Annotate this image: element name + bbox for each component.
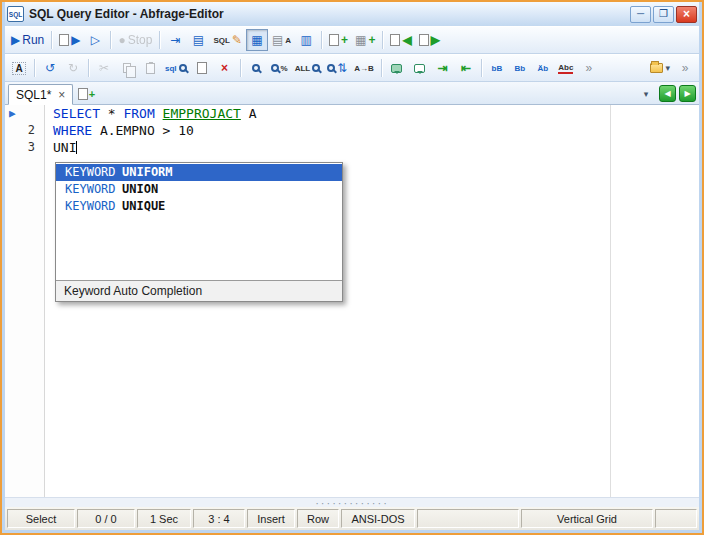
chart-view-button[interactable]: ▥ (295, 29, 317, 51)
page-icon (419, 34, 429, 46)
nav-left-icon: ◀ (664, 89, 670, 98)
uncomment-button[interactable] (409, 57, 431, 79)
sql-builder-button[interactable]: SQL ✎ (210, 29, 245, 51)
line-number-gutter[interactable]: ▶ 2 3 (5, 105, 45, 497)
status-mode: Select (7, 509, 75, 528)
uppercase-icon: Bb (515, 64, 526, 73)
horizontal-splitter[interactable]: ············· (5, 497, 699, 507)
comment-button[interactable] (386, 57, 408, 79)
uncomment-icon (414, 64, 425, 73)
minimize-button[interactable]: ─ (630, 6, 651, 23)
magnifier-icon (312, 64, 320, 72)
font-button[interactable]: A (8, 57, 30, 79)
new-doc-icon (329, 34, 339, 46)
autocomplete-item[interactable]: KEYWORD UNION (56, 181, 342, 198)
redo-button[interactable]: ↻ (62, 57, 84, 79)
separator (88, 59, 89, 77)
paste-icon (146, 63, 155, 74)
toolbar-overflow-button[interactable]: » (578, 57, 600, 79)
gutter-row: 3 (5, 139, 44, 156)
replace-button[interactable]: A→B (351, 57, 377, 79)
find-next-prev-button[interactable]: ⇅ (324, 57, 350, 79)
next-arrow-icon: ▶ (431, 33, 440, 47)
prev-tab-button[interactable]: ◀ (659, 85, 676, 102)
maximize-button[interactable]: ❐ (653, 6, 674, 23)
tab-sql1[interactable]: SQL1* × (8, 84, 73, 105)
new-query-button[interactable]: + (326, 29, 351, 51)
run-button[interactable]: ▶ Run (8, 29, 47, 51)
snippet-folder-button[interactable]: ▾ (647, 57, 673, 79)
separator (321, 31, 322, 49)
pencil-icon: ✎ (232, 33, 242, 47)
document-button[interactable] (191, 57, 213, 79)
current-line-marker-icon: ▶ (9, 105, 16, 122)
toolbar-edit: A ↺ ↻ ✂ sql × (5, 54, 699, 82)
text-view-a-icon: A (285, 36, 291, 45)
undo-button[interactable]: ↺ (39, 57, 61, 79)
toolbar-execute: ▶ Run ▶ ▷ ● Stop ⇥ ▤ SQL ✎ ▦ ▤ (5, 26, 699, 54)
grid-view-icon: ▦ (251, 33, 262, 47)
autocomplete-footer: Keyword Auto Completion (56, 280, 342, 301)
code-line-3: UNI (53, 139, 699, 156)
sql-check-button[interactable]: sql (162, 57, 190, 79)
text-caret (76, 141, 77, 154)
delete-icon: × (221, 61, 228, 75)
next-tab-button[interactable]: ▶ (679, 85, 696, 102)
umlaut-case-icon: Äb (538, 64, 549, 73)
find-all-button[interactable]: ALL (292, 57, 324, 79)
umlaut-case-button[interactable]: Äb (532, 57, 554, 79)
cut-icon: ✂ (99, 61, 109, 75)
paste-button[interactable] (139, 57, 161, 79)
grid-view-button[interactable]: ▦ (246, 29, 268, 51)
autocomplete-item[interactable]: KEYWORD UNIFORM (56, 164, 342, 181)
explain-plan-icon: ▤ (193, 33, 204, 47)
code-area[interactable]: SELECT * FROM EMPPROJACT A WHERE A.EMPNO… (53, 105, 699, 156)
magnifier-icon (271, 64, 279, 72)
updown-icon: ⇅ (337, 61, 347, 75)
uppercase-button[interactable]: Bb (509, 57, 531, 79)
outdent-button[interactable]: ⇤ (455, 57, 477, 79)
status-rowcount: 0 / 0 (77, 509, 135, 528)
run-to-cursor-button[interactable]: ⇥ (164, 29, 186, 51)
magnifier-icon (327, 64, 335, 72)
copy-button[interactable] (116, 57, 138, 79)
next-result-button[interactable]: ▶ (416, 29, 443, 51)
delete-button[interactable]: × (214, 57, 236, 79)
status-elapsed: 1 Sec (137, 509, 191, 528)
titlebar[interactable]: SQL SQL Query Editor - Abfrage-Editor ─ … (5, 2, 699, 26)
redo-icon: ↻ (68, 61, 78, 75)
lowercase-button[interactable]: bB (486, 57, 508, 79)
sql-editor[interactable]: ▶ 2 3 SELECT * FROM EMPPROJACT A WHERE A… (5, 105, 699, 497)
status-cursor-pos: 3 : 4 (193, 509, 245, 528)
new-grid-button[interactable]: ▦ + (352, 29, 378, 51)
toolbar-overflow2-button[interactable]: » (674, 57, 696, 79)
capitalize-button[interactable]: Abc (555, 57, 577, 79)
stop-button[interactable]: ● Stop (115, 29, 155, 51)
folder-icon (650, 63, 663, 73)
prev-result-button[interactable]: ◀ (387, 29, 414, 51)
all-icon: ALL (295, 64, 311, 73)
tab-close-icon[interactable]: × (58, 89, 65, 101)
outdent-icon: ⇤ (461, 61, 471, 75)
find-button[interactable] (245, 57, 267, 79)
comment-icon (391, 64, 402, 73)
indent-icon: ⇥ (438, 61, 448, 75)
cut-button[interactable]: ✂ (93, 57, 115, 79)
explain-plan-button[interactable]: ▤ (187, 29, 209, 51)
step-run-button[interactable]: ▷ (84, 29, 106, 51)
code-line-2: WHERE A.EMPNO > 10 (53, 122, 699, 139)
autocomplete-list[interactable]: KEYWORD UNIFORM KEYWORD UNION KEYWORD UN… (56, 163, 342, 280)
indent-button[interactable]: ⇥ (432, 57, 454, 79)
autocomplete-item[interactable]: KEYWORD UNIQUE (56, 198, 342, 215)
text-view-button[interactable]: ▤ A (269, 29, 294, 51)
status-row-mode: Row (297, 509, 339, 528)
script-doc-icon (59, 34, 69, 46)
zoom-percent-button[interactable]: % (268, 57, 291, 79)
close-button[interactable]: × (676, 6, 697, 23)
status-encoding: ANSI-DOS (341, 509, 415, 528)
app-window: SQL SQL Query Editor - Abfrage-Editor ─ … (0, 0, 704, 535)
font-icon: A (12, 62, 25, 75)
run-script-button[interactable]: ▶ (56, 29, 83, 51)
tab-list-dropdown-button[interactable]: ▾ (636, 84, 656, 103)
new-tab-button[interactable]: + (76, 84, 96, 103)
